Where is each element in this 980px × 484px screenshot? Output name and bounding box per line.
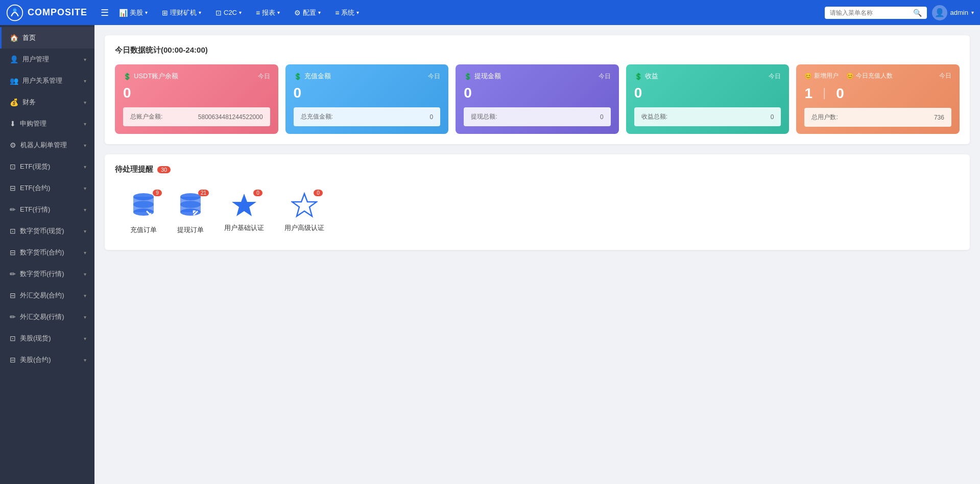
sidebar-icon-etf-market: ✏ <box>10 205 16 214</box>
sidebar-label-etf-market: ETF(行情) <box>20 205 50 214</box>
sidebar-item-etf-contract[interactable]: ⊟ ETF(合约) ▾ <box>0 177 94 199</box>
search-icon[interactable]: 🔍 <box>913 9 922 17</box>
stats-row: 💲 USDT账户余额 今日 0 总账户金额: 58006344812445220… <box>115 64 960 134</box>
sidebar-item-etf-spot[interactable]: ⊡ ETF(现货) ▾ <box>0 156 94 177</box>
pending-item-basic-auth[interactable]: 0 用户基础认证 <box>224 192 264 235</box>
sidebar-icon-home: 🏠 <box>10 34 18 42</box>
withdraw-value: 0 <box>464 85 611 101</box>
sidebar-item-home[interactable]: 🏠 首页 <box>0 27 94 49</box>
pending-header: 待处理提醒 30 <box>115 165 960 174</box>
stat-card-usdt-title: 💲 USDT账户余额 <box>123 72 178 81</box>
svg-point-10 <box>180 209 201 216</box>
users-footer: 总用户数: 736 <box>804 108 951 127</box>
pending-title: 待处理提醒 <box>115 165 153 174</box>
sidebar-label-digital-spot: 数字货币(现货) <box>20 226 64 236</box>
chevron-icon-forex-contract: ▾ <box>84 293 86 298</box>
sidebar-icon-ipo: ⬇ <box>10 120 16 128</box>
sidebar-label-etf-spot: ETF(现货) <box>20 162 50 171</box>
topnav-item-c2c[interactable]: ⊡C2C▾ <box>209 6 248 20</box>
stats-section-title: 今日数据统计(00:00-24:00) <box>115 45 960 55</box>
recharge-footer: 总充值金额: 0 <box>294 107 441 126</box>
sidebar-icon-digital-contract: ⊟ <box>10 248 16 257</box>
topnav-right: 🔍 👤 admin ▾ <box>825 5 974 20</box>
user-area[interactable]: 👤 admin ▾ <box>932 5 974 20</box>
stat-card-usdt: 💲 USDT账户余额 今日 0 总账户金额: 58006344812445220… <box>115 64 278 134</box>
withdraw-icon: 💲 <box>464 73 472 80</box>
topnav-item-config[interactable]: ⚙配置▾ <box>288 5 327 20</box>
chevron-icon-user-relation: ▾ <box>84 78 86 84</box>
sidebar-label-robot: 机器人刷单管理 <box>20 141 67 150</box>
nav-icon-mining: ⊞ <box>162 9 168 17</box>
topnav-item-mining[interactable]: ⊞理财矿机▾ <box>156 5 207 20</box>
main-content: 今日数据统计(00:00-24:00) 💲 USDT账户余额 今日 0 总账户金… <box>94 25 980 484</box>
chevron-icon-digital-contract: ▾ <box>84 250 86 256</box>
chevron-icon-robot: ▾ <box>84 143 86 148</box>
search-box: 🔍 <box>825 7 927 19</box>
topnav-item-reports[interactable]: ≡报表▾ <box>250 5 286 20</box>
advanced-auth-icon-wrap: 0 <box>291 192 318 218</box>
basic-auth-badge: 0 <box>253 190 262 196</box>
withdraw-order-badge: 21 <box>198 190 209 196</box>
chevron-down-icon: ▾ <box>239 10 242 15</box>
sidebar-item-ipo[interactable]: ⬇ 申购管理 ▾ <box>0 113 94 134</box>
advanced-auth-label: 用户高级认证 <box>284 223 324 233</box>
sidebar-item-finance[interactable]: 💰 财务 ▾ <box>0 91 94 113</box>
layout: 🏠 首页 👤 用户管理 ▾ 👥 用户关系管理 ▾ 💰 财务 ▾ ⬇ 申购管理 ▾… <box>0 25 980 484</box>
sidebar-item-digital-contract[interactable]: ⊟ 数字货币(合约) ▾ <box>0 242 94 263</box>
pending-item-advanced-auth[interactable]: 0 用户高级认证 <box>284 192 324 235</box>
user-chevron-icon: ▾ <box>971 10 974 15</box>
svg-marker-13 <box>232 194 256 216</box>
menu-toggle-button[interactable]: ☰ <box>101 7 109 18</box>
chevron-icon-etf-market: ▾ <box>84 207 86 213</box>
stat-card-withdraw: 💲 提现金额 今日 0 提现总额: 0 <box>456 64 619 134</box>
sidebar-item-usstocks-spot[interactable]: ⊡ 美股(现货) ▾ <box>0 328 94 349</box>
chevron-down-icon: ▾ <box>356 10 359 15</box>
sidebar-label-forex-contract: 外汇交易(合约) <box>20 291 64 300</box>
chevron-icon-forex-market: ▾ <box>84 314 86 320</box>
pending-badge: 30 <box>157 166 171 173</box>
sidebar-item-user-relation[interactable]: 👥 用户关系管理 ▾ <box>0 70 94 91</box>
chevron-icon-usstocks-spot: ▾ <box>84 336 86 341</box>
recharge-user-value: 0 <box>836 85 844 102</box>
sidebar-item-etf-market[interactable]: ✏ ETF(行情) ▾ <box>0 199 94 220</box>
basic-auth-label: 用户基础认证 <box>224 223 264 233</box>
sidebar-item-user-mgmt[interactable]: 👤 用户管理 ▾ <box>0 49 94 70</box>
withdraw-order-label: 提现订单 <box>177 225 204 235</box>
sidebar: 🏠 首页 👤 用户管理 ▾ 👥 用户关系管理 ▾ 💰 财务 ▾ ⬇ 申购管理 ▾… <box>0 25 94 484</box>
pending-item-withdraw[interactable]: 21 提现订单 <box>177 192 204 235</box>
sidebar-icon-digital-market: ✏ <box>10 270 16 278</box>
sidebar-label-digital-market: 数字货币(行情) <box>20 269 64 279</box>
topnav-item-system[interactable]: ≡系统▾ <box>329 5 365 20</box>
sidebar-icon-finance: 💰 <box>10 98 18 106</box>
topnav-item-us-stocks[interactable]: 📊美股▾ <box>113 5 154 20</box>
pending-item-recharge[interactable]: 9 充值订单 <box>130 192 157 235</box>
sidebar-icon-forex-contract: ⊟ <box>10 291 16 299</box>
new-user-smiley-icon: 😊 <box>804 73 812 80</box>
star-outline-icon <box>291 192 318 218</box>
sidebar-item-robot[interactable]: ⚙ 机器人刷单管理 ▾ <box>0 134 94 156</box>
user-label: admin <box>950 9 968 16</box>
nav-icon-config: ⚙ <box>294 9 301 17</box>
sidebar-item-forex-market[interactable]: ✏ 外汇交易(行情) ▾ <box>0 306 94 328</box>
income-footer: 收益总额: 0 <box>634 107 781 126</box>
sidebar-label-user-mgmt: 用户管理 <box>22 55 49 64</box>
sidebar-label-finance: 财务 <box>22 98 36 107</box>
recharge-order-db-icon <box>130 192 157 220</box>
recharge-user-smiley-icon: 😊 <box>846 73 854 80</box>
sidebar-item-digital-spot[interactable]: ⊡ 数字货币(现货) ▾ <box>0 220 94 242</box>
search-input[interactable] <box>830 9 910 16</box>
topnav: COMPOSITE ☰ 📊美股▾⊞理财矿机▾⊡C2C▾≡报表▾⚙配置▾≡系统▾ … <box>0 0 980 25</box>
chevron-icon-ipo: ▾ <box>84 121 86 127</box>
recharge-value: 0 <box>294 85 441 101</box>
advanced-auth-badge: 0 <box>314 190 323 196</box>
sidebar-item-digital-market[interactable]: ✏ 数字货币(行情) ▾ <box>0 263 94 285</box>
withdraw-footer: 提现总额: 0 <box>464 107 611 126</box>
sidebar-item-usstocks-contract[interactable]: ⊟ 美股(合约) ▾ <box>0 349 94 371</box>
usdt-icon: 💲 <box>123 73 131 80</box>
usdt-value: 0 <box>123 85 270 101</box>
sidebar-icon-forex-market: ✏ <box>10 313 16 321</box>
sidebar-item-forex-contract[interactable]: ⊟ 外汇交易(合约) ▾ <box>0 285 94 306</box>
chevron-down-icon: ▾ <box>318 10 321 15</box>
svg-point-11 <box>180 201 201 208</box>
sidebar-icon-robot: ⚙ <box>10 141 16 149</box>
